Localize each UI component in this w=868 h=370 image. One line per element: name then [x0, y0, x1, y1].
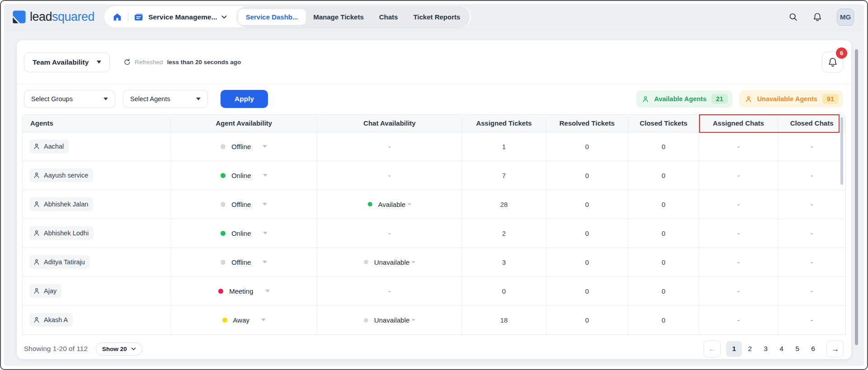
column-header-resolved-tickets: Resolved Tickets [546, 115, 628, 132]
select-agents-dropdown[interactable]: Select Agents [123, 90, 208, 108]
service-module-icon [134, 13, 144, 21]
assigned-tickets-value: 2 [462, 219, 546, 248]
top-navbar: leadsquared Service Manageme.. [4, 4, 864, 30]
agent-name-chip[interactable]: Ajay [29, 284, 61, 298]
agent-status-label: Offline [231, 258, 251, 266]
available-agents-label: Available Agents [654, 95, 707, 103]
table-footer: Showing 1-20 of 112 Show 20 ← 123456 → [17, 335, 851, 357]
closed-tickets-value: 0 [628, 161, 699, 190]
assigned-chats-value: - [699, 248, 778, 276]
browser-frame: leadsquared Service Manageme.. [0, 0, 868, 370]
leadsquared-logo[interactable]: leadsquared [12, 10, 94, 24]
window-scrollbar-thumb[interactable] [855, 49, 858, 345]
tab-ticket-reports[interactable]: Ticket Reports [406, 9, 468, 25]
tab-service-dashboard[interactable]: Service Dashb... [238, 9, 306, 25]
agent-status-label: Online [231, 172, 251, 179]
page-number-3[interactable]: 3 [758, 341, 774, 357]
agent-name-chip[interactable]: Akash A [29, 313, 73, 327]
agent-availability-dropdown[interactable]: Online [221, 229, 267, 237]
person-icon [745, 95, 752, 103]
tab-manage-tickets[interactable]: Manage Tickets [306, 9, 371, 25]
refreshed-label: Refreshed [135, 59, 163, 66]
chat-availability-dropdown[interactable]: Unavailable [364, 316, 415, 324]
view-selector-dropdown[interactable]: Team Availability [24, 52, 110, 72]
bell-icon [812, 12, 822, 22]
status-dot [221, 173, 225, 178]
tab-chats[interactable]: Chats [371, 9, 406, 25]
agent-name-chip[interactable]: Abhishek Jalan [29, 197, 93, 211]
resolved-tickets-value: 0 [546, 161, 628, 190]
person-icon [642, 95, 649, 103]
closed-chats-value: - [778, 276, 845, 305]
agent-availability-dropdown[interactable]: Meeting [218, 287, 269, 295]
person-icon [33, 316, 40, 323]
workspace-selector[interactable]: Service Manageme... [134, 13, 227, 21]
agents-table-wrap: Agents Agent Availability Chat Availabil… [22, 114, 846, 335]
search-button[interactable] [788, 12, 798, 22]
caret-down-icon [408, 203, 411, 206]
page-number-6[interactable]: 6 [805, 341, 821, 357]
previous-page-button[interactable]: ← [704, 340, 721, 357]
agent-availability-dropdown[interactable]: Online [221, 172, 267, 179]
agent-cell: Aditya Tatiraju [23, 248, 171, 276]
available-agents-pill: Available Agents 21 [636, 90, 732, 108]
showing-range-label: Showing 1-20 of 112 [24, 345, 88, 353]
agent-availability-dropdown[interactable]: Offline [221, 201, 267, 208]
caret-down-icon [196, 98, 201, 100]
status-dot [368, 202, 372, 206]
chat-availability-dropdown[interactable]: Unavailable [364, 258, 415, 266]
empty-value: - [389, 287, 391, 295]
agent-name-chip[interactable]: Aditya Tatiraju [29, 255, 90, 269]
assigned-chats-value: - [699, 190, 778, 219]
page-number-5[interactable]: 5 [789, 341, 805, 357]
agent-name: Abhishek Lodhi [44, 229, 89, 237]
unavailable-agents-pill: Unavailable Agents 91 [739, 90, 843, 108]
column-header-assigned-tickets: Assigned Tickets [462, 115, 546, 132]
agent-availability-cell: Meeting [171, 276, 317, 305]
column-header-agent-availability: Agent Availability [171, 115, 317, 132]
card-notifications-button[interactable]: 6 [822, 52, 843, 73]
next-page-button[interactable]: → [826, 340, 844, 357]
agent-cell: Abhishek Lodhi [23, 219, 171, 248]
status-dot [221, 260, 225, 265]
resolved-tickets-value: 0 [546, 190, 628, 219]
person-icon [33, 229, 40, 237]
apply-button[interactable]: Apply [221, 90, 268, 108]
closed-tickets-value: 0 [628, 248, 699, 276]
home-icon [113, 12, 122, 22]
agent-status-label: Away [233, 316, 249, 324]
chat-availability-cell: Available [317, 190, 462, 219]
page-number-2[interactable]: 2 [742, 341, 758, 357]
chat-availability-dropdown[interactable]: Available [368, 201, 412, 208]
filters-row: Select Groups Select Agents Apply [17, 84, 851, 114]
agent-cell: Aachal [23, 132, 171, 161]
agent-availability-dropdown[interactable]: Offline [221, 143, 267, 150]
page-size-dropdown[interactable]: Show 20 [96, 342, 142, 356]
main-content: Team Availability Refreshed less than 20… [4, 30, 864, 366]
agent-availability-dropdown[interactable]: Away [222, 316, 266, 324]
person-icon [33, 172, 40, 179]
agent-name-chip[interactable]: Aayush service [29, 169, 93, 182]
user-avatar[interactable]: MG [837, 9, 854, 26]
available-agents-count: 21 [711, 94, 727, 104]
select-groups-dropdown[interactable]: Select Groups [24, 90, 115, 108]
person-icon [33, 258, 40, 266]
page-number-1[interactable]: 1 [726, 341, 742, 357]
page-number-4[interactable]: 4 [774, 341, 789, 357]
agent-status-label: Offline [231, 143, 251, 150]
notifications-button[interactable] [812, 12, 822, 22]
home-button[interactable] [113, 12, 122, 22]
table-row: Aditya Tatiraju Offline Unavailable 3 0 … [23, 248, 845, 276]
agent-name-chip[interactable]: Abhishek Lodhi [29, 226, 94, 240]
select-groups-label: Select Groups [31, 95, 73, 103]
table-scrollbar-thumb[interactable] [840, 117, 843, 185]
agent-availability-dropdown[interactable]: Offline [221, 258, 267, 266]
agent-summary-pills: Available Agents 21 Unavailable Agents 9… [636, 90, 843, 108]
refresh-icon[interactable] [123, 58, 131, 66]
status-dot [364, 260, 368, 264]
agent-availability-cell: Offline [171, 248, 317, 276]
assigned-tickets-value: 1 [462, 132, 546, 161]
column-header-chat-availability: Chat Availability [317, 115, 462, 132]
agent-name-chip[interactable]: Aachal [29, 140, 69, 153]
agents-table: Agents Agent Availability Chat Availabil… [23, 115, 845, 334]
